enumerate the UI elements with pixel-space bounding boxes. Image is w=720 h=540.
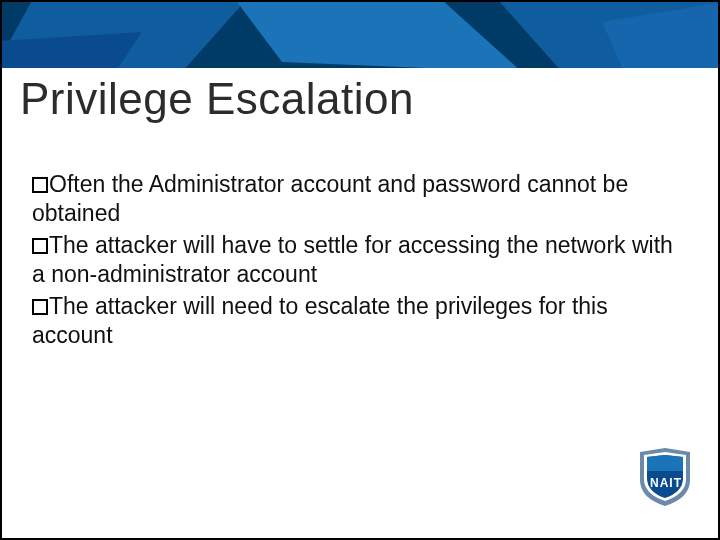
slide-content: Often the Administrator account and pass… [32, 170, 678, 353]
bullet-item: The attacker will have to settle for acc… [32, 231, 678, 290]
slide-container: Privilege Escalation Often the Administr… [0, 0, 720, 540]
bullet-icon [32, 238, 48, 254]
bullet-icon [32, 177, 48, 193]
bullet-text: The attacker will need to escalate the p… [32, 293, 608, 348]
bullet-text: The attacker will have to settle for acc… [32, 232, 673, 287]
bullet-item: Often the Administrator account and pass… [32, 170, 678, 229]
slide-title: Privilege Escalation [20, 74, 414, 124]
bullet-item: The attacker will need to escalate the p… [32, 292, 678, 351]
nait-logo: NAIT [638, 448, 698, 520]
logo-text: NAIT [650, 476, 682, 490]
bullet-text: Often the Administrator account and pass… [32, 171, 628, 226]
bullet-icon [32, 299, 48, 315]
